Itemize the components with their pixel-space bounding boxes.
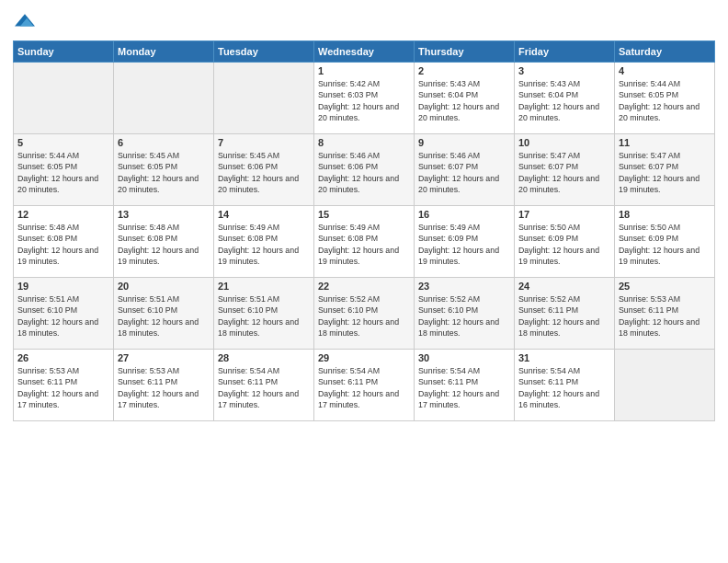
day-info: Sunrise: 5:54 AM Sunset: 6:11 PM Dayligh…	[318, 365, 410, 410]
day-number: 24	[518, 281, 610, 292]
calendar-cell: 2Sunrise: 5:43 AM Sunset: 6:04 PM Daylig…	[415, 63, 515, 134]
day-number: 5	[17, 137, 109, 148]
day-info: Sunrise: 5:44 AM Sunset: 6:05 PM Dayligh…	[17, 150, 109, 195]
calendar-cell: 16Sunrise: 5:49 AM Sunset: 6:09 PM Dayli…	[415, 206, 515, 278]
calendar-cell: 19Sunrise: 5:51 AM Sunset: 6:10 PM Dayli…	[14, 278, 114, 350]
day-number: 13	[118, 209, 210, 220]
calendar-cell: 15Sunrise: 5:49 AM Sunset: 6:08 PM Dayli…	[314, 206, 415, 278]
day-number: 14	[218, 209, 310, 220]
weekday-header: Sunday	[14, 41, 114, 63]
day-number: 2	[418, 65, 510, 76]
calendar-cell: 6Sunrise: 5:45 AM Sunset: 6:05 PM Daylig…	[114, 134, 214, 206]
calendar-cell: 27Sunrise: 5:53 AM Sunset: 6:11 PM Dayli…	[114, 350, 214, 421]
logo-icon	[15, 11, 35, 31]
calendar-cell	[114, 63, 214, 134]
weekday-header: Wednesday	[314, 41, 415, 63]
weekday-header: Thursday	[415, 41, 515, 63]
day-number: 23	[418, 281, 510, 292]
calendar-week-row: 5Sunrise: 5:44 AM Sunset: 6:05 PM Daylig…	[14, 134, 715, 206]
day-number: 11	[619, 137, 711, 148]
day-info: Sunrise: 5:52 AM Sunset: 6:10 PM Dayligh…	[318, 293, 410, 339]
day-info: Sunrise: 5:43 AM Sunset: 6:04 PM Dayligh…	[418, 78, 510, 123]
calendar-cell: 4Sunrise: 5:44 AM Sunset: 6:05 PM Daylig…	[615, 63, 715, 134]
calendar-cell: 25Sunrise: 5:53 AM Sunset: 6:11 PM Dayli…	[615, 278, 715, 350]
day-info: Sunrise: 5:50 AM Sunset: 6:09 PM Dayligh…	[518, 222, 610, 267]
day-number: 8	[318, 137, 410, 148]
day-info: Sunrise: 5:54 AM Sunset: 6:11 PM Dayligh…	[218, 365, 310, 410]
header	[13, 9, 715, 35]
day-number: 7	[218, 137, 310, 148]
calendar-cell: 1Sunrise: 5:42 AM Sunset: 6:03 PM Daylig…	[314, 63, 415, 134]
calendar-cell: 28Sunrise: 5:54 AM Sunset: 6:11 PM Dayli…	[214, 350, 314, 421]
day-number: 16	[418, 209, 510, 220]
day-info: Sunrise: 5:49 AM Sunset: 6:08 PM Dayligh…	[218, 222, 310, 267]
weekday-header: Saturday	[615, 41, 715, 63]
day-info: Sunrise: 5:52 AM Sunset: 6:11 PM Dayligh…	[518, 293, 610, 339]
day-info: Sunrise: 5:49 AM Sunset: 6:08 PM Dayligh…	[318, 222, 410, 267]
calendar-week-row: 1Sunrise: 5:42 AM Sunset: 6:03 PM Daylig…	[14, 63, 715, 134]
day-number: 6	[118, 137, 210, 148]
weekday-row: SundayMondayTuesdayWednesdayThursdayFrid…	[14, 41, 715, 63]
calendar-week-row: 19Sunrise: 5:51 AM Sunset: 6:10 PM Dayli…	[14, 278, 715, 350]
calendar-cell: 10Sunrise: 5:47 AM Sunset: 6:07 PM Dayli…	[515, 134, 615, 206]
calendar-cell: 7Sunrise: 5:45 AM Sunset: 6:06 PM Daylig…	[214, 134, 314, 206]
calendar-cell: 13Sunrise: 5:48 AM Sunset: 6:08 PM Dayli…	[114, 206, 214, 278]
day-info: Sunrise: 5:50 AM Sunset: 6:09 PM Dayligh…	[619, 222, 711, 267]
calendar-week-row: 26Sunrise: 5:53 AM Sunset: 6:11 PM Dayli…	[14, 350, 715, 421]
weekday-header: Monday	[114, 41, 214, 63]
page: SundayMondayTuesdayWednesdayThursdayFrid…	[0, 0, 728, 563]
calendar-cell: 3Sunrise: 5:43 AM Sunset: 6:04 PM Daylig…	[515, 63, 615, 134]
calendar-cell: 12Sunrise: 5:48 AM Sunset: 6:08 PM Dayli…	[14, 206, 114, 278]
day-number: 1	[318, 65, 410, 76]
calendar-cell: 17Sunrise: 5:50 AM Sunset: 6:09 PM Dayli…	[515, 206, 615, 278]
day-info: Sunrise: 5:43 AM Sunset: 6:04 PM Dayligh…	[518, 78, 610, 123]
day-info: Sunrise: 5:54 AM Sunset: 6:11 PM Dayligh…	[418, 365, 510, 410]
weekday-header: Friday	[515, 41, 615, 63]
day-number: 17	[518, 209, 610, 220]
day-info: Sunrise: 5:45 AM Sunset: 6:05 PM Dayligh…	[118, 150, 210, 195]
day-info: Sunrise: 5:54 AM Sunset: 6:11 PM Dayligh…	[518, 365, 610, 410]
calendar-cell: 14Sunrise: 5:49 AM Sunset: 6:08 PM Dayli…	[214, 206, 314, 278]
calendar-cell: 8Sunrise: 5:46 AM Sunset: 6:06 PM Daylig…	[314, 134, 415, 206]
day-info: Sunrise: 5:46 AM Sunset: 6:07 PM Dayligh…	[418, 150, 510, 195]
day-number: 28	[218, 352, 310, 363]
calendar-header: SundayMondayTuesdayWednesdayThursdayFrid…	[14, 41, 715, 63]
calendar-table: SundayMondayTuesdayWednesdayThursdayFrid…	[13, 40, 715, 421]
calendar-cell: 9Sunrise: 5:46 AM Sunset: 6:07 PM Daylig…	[415, 134, 515, 206]
calendar-week-row: 12Sunrise: 5:48 AM Sunset: 6:08 PM Dayli…	[14, 206, 715, 278]
calendar-cell: 21Sunrise: 5:51 AM Sunset: 6:10 PM Dayli…	[214, 278, 314, 350]
day-number: 12	[17, 209, 109, 220]
day-info: Sunrise: 5:47 AM Sunset: 6:07 PM Dayligh…	[518, 150, 610, 195]
calendar-cell: 31Sunrise: 5:54 AM Sunset: 6:11 PM Dayli…	[515, 350, 615, 421]
day-info: Sunrise: 5:53 AM Sunset: 6:11 PM Dayligh…	[619, 293, 711, 339]
calendar-cell	[615, 350, 715, 421]
day-info: Sunrise: 5:46 AM Sunset: 6:06 PM Dayligh…	[318, 150, 410, 195]
day-info: Sunrise: 5:53 AM Sunset: 6:11 PM Dayligh…	[17, 365, 109, 410]
day-info: Sunrise: 5:44 AM Sunset: 6:05 PM Dayligh…	[619, 78, 711, 123]
day-number: 18	[619, 209, 711, 220]
calendar-cell	[14, 63, 114, 134]
day-number: 20	[118, 281, 210, 292]
day-number: 26	[17, 352, 109, 363]
calendar-cell: 24Sunrise: 5:52 AM Sunset: 6:11 PM Dayli…	[515, 278, 615, 350]
day-info: Sunrise: 5:51 AM Sunset: 6:10 PM Dayligh…	[17, 293, 109, 339]
calendar-cell: 30Sunrise: 5:54 AM Sunset: 6:11 PM Dayli…	[415, 350, 515, 421]
day-info: Sunrise: 5:42 AM Sunset: 6:03 PM Dayligh…	[318, 78, 410, 123]
calendar-cell: 11Sunrise: 5:47 AM Sunset: 6:07 PM Dayli…	[615, 134, 715, 206]
logo	[13, 13, 35, 35]
day-number: 10	[518, 137, 610, 148]
day-number: 4	[619, 65, 711, 76]
day-number: 27	[118, 352, 210, 363]
weekday-header: Tuesday	[214, 41, 314, 63]
day-number: 19	[17, 281, 109, 292]
calendar-cell: 26Sunrise: 5:53 AM Sunset: 6:11 PM Dayli…	[14, 350, 114, 421]
day-info: Sunrise: 5:47 AM Sunset: 6:07 PM Dayligh…	[619, 150, 711, 195]
day-number: 30	[418, 352, 510, 363]
calendar-cell: 18Sunrise: 5:50 AM Sunset: 6:09 PM Dayli…	[615, 206, 715, 278]
day-number: 3	[518, 65, 610, 76]
day-number: 29	[318, 352, 410, 363]
day-info: Sunrise: 5:51 AM Sunset: 6:10 PM Dayligh…	[118, 293, 210, 339]
calendar-cell: 23Sunrise: 5:52 AM Sunset: 6:10 PM Dayli…	[415, 278, 515, 350]
calendar-body: 1Sunrise: 5:42 AM Sunset: 6:03 PM Daylig…	[14, 63, 715, 421]
day-info: Sunrise: 5:45 AM Sunset: 6:06 PM Dayligh…	[218, 150, 310, 195]
